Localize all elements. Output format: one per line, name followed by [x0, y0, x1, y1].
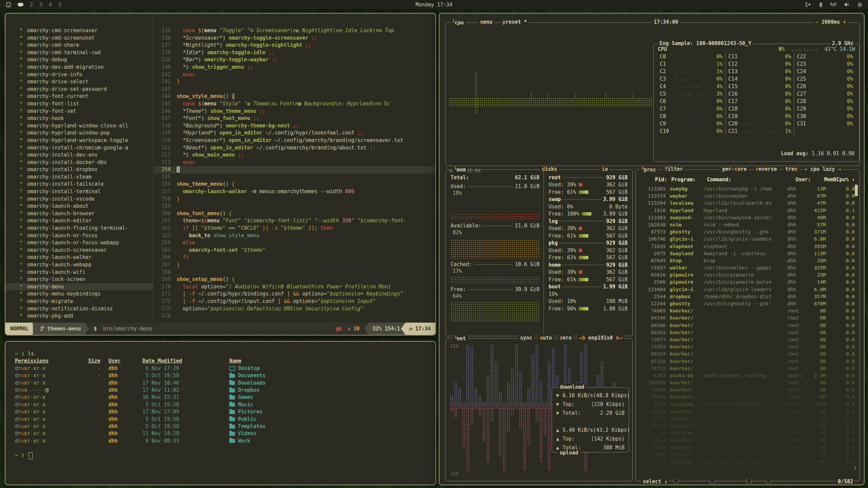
- preset-button[interactable]: preset *: [501, 19, 529, 25]
- process-row[interactable]: 113365swaybg/usr/bin/swaybg -i /homdhh13…: [639, 185, 855, 192]
- workspace-5[interactable]: 5: [58, 2, 61, 8]
- process-row[interactable]: 2506pipewire/usr/bin/pipewire-pulsedhh14…: [639, 279, 855, 286]
- process-row[interactable]: 76575kworker/root0B0.0: [639, 422, 855, 429]
- process-row[interactable]: 113383swayosd-/usr/bin/swayosd-serverdhh…: [639, 214, 855, 221]
- tree-item[interactable]: *omarchy-menu: [5, 283, 153, 291]
- bluetooth-icon[interactable]: [819, 2, 823, 7]
- network-icon[interactable]: [830, 2, 836, 7]
- tree-item[interactable]: *omarchy-font-current: [5, 93, 153, 100]
- tree-item[interactable]: *omarchy-pkg-add: [5, 312, 153, 320]
- process-row[interactable]: 81310kworker/root0B0.0: [639, 358, 855, 365]
- net-auto-button[interactable]: auto: [538, 335, 554, 341]
- tree-item[interactable]: *omarchy-cmd-terminal-cwd: [5, 49, 153, 57]
- tree-item[interactable]: *omarchy-notification-dismiss: [5, 305, 153, 313]
- process-row[interactable]: 113404glycin-i/usr/lib/glycin-loadersdhh…: [639, 286, 855, 293]
- tree-item[interactable]: *omarchy-install-docker-dbs: [5, 159, 153, 166]
- tree-item[interactable]: *omarchy-launch-walker: [5, 254, 153, 261]
- proc-scrollbar[interactable]: [855, 185, 858, 196]
- tree-item[interactable]: *omarchy-font-set: [5, 108, 153, 115]
- tree-item[interactable]: *omarchy-lock-screen: [5, 276, 153, 283]
- process-row[interactable]: 71837walker/usr/bin/walker --gappldhh325…: [639, 264, 855, 271]
- tree-item[interactable]: *omarchy-install-dropbox: [5, 166, 153, 174]
- file-explorer[interactable]: *omarchy-cmd-screensaver*omarchy-cmd-scr…: [5, 14, 153, 323]
- process-row[interactable]: 102638nvimnvim --embeddhh57M0.0: [639, 221, 855, 228]
- tree-item[interactable]: *omarchy-launch-screensaver: [5, 247, 153, 254]
- process-row[interactable]: 79032kworker/root0B0.0: [639, 393, 855, 401]
- tree-item[interactable]: *omarchy-dev-add-migration: [5, 64, 153, 71]
- tree-item[interactable]: *omarchy-install-terminal: [5, 188, 153, 196]
- tree-item[interactable]: *omarchy-drive-select: [5, 78, 153, 86]
- process-row[interactable]: 87573ghostty/usr/bin/ghostty --gtk-dhh37…: [639, 228, 855, 236]
- menu-button[interactable]: menu: [478, 19, 494, 25]
- workspace-4[interactable]: 4: [49, 2, 52, 8]
- process-row[interactable]: 87649btopbtopdhh26M0.0: [639, 257, 855, 264]
- proc-select-button[interactable]: select ↓: [641, 479, 669, 485]
- gear-icon[interactable]: [857, 2, 863, 7]
- process-row[interactable]: 76577kworker/root0B0.0: [639, 437, 855, 444]
- tree-item[interactable]: *omarchy-install-steam: [5, 174, 153, 181]
- net-box-label[interactable]: 3net: [453, 335, 468, 342]
- neovim-window[interactable]: *omarchy-cmd-screensaver*omarchy-cmd-scr…: [5, 13, 436, 336]
- process-row[interactable]: 803btrfs-trroot0B0.0: [639, 451, 855, 458]
- tree-item[interactable]: *omarchy-hyprland-window-close-all: [5, 122, 153, 130]
- process-row[interactable]: 73656kworker/root0B0.0: [639, 386, 855, 393]
- net-sync-button[interactable]: sync: [518, 335, 534, 341]
- tree-item[interactable]: *omarchy-migrate: [5, 298, 153, 305]
- terminal-window[interactable]: ~❯lsPermissionsSizeUserDate ModifiedName…: [5, 341, 436, 485]
- process-row[interactable]: 1275containe/usr/bin/containerdroot52M0.…: [639, 401, 855, 408]
- net-interface-switcher[interactable]: ←b enp191s0 n→: [577, 335, 624, 341]
- code-editor[interactable]: 135 case $(menu "Toggle" "⊡ Screensaver\…: [154, 14, 435, 323]
- tree-item[interactable]: *omarchy-menu-keybindings: [5, 290, 153, 298]
- tree-item[interactable]: *omarchy-launch-floating-terminal-: [5, 225, 153, 232]
- tree-item[interactable]: *omarchy-drive-info: [5, 71, 153, 79]
- tree-item[interactable]: *omarchy-hyprland-workspace-toggle: [5, 137, 153, 144]
- process-row[interactable]: 1916HyprlandHyprlanddhh422M..0.1: [639, 207, 855, 214]
- tree-item[interactable]: *omarchy-launch-or-focus: [5, 232, 153, 240]
- tree-item[interactable]: *omarchy-install-tailscale: [5, 181, 153, 188]
- process-row[interactable]: 12244ghostty/usr/bin/ghostty --gtk-dhh87…: [639, 300, 855, 307]
- tree-item[interactable]: *omarchy-hook: [5, 115, 153, 122]
- tree-item[interactable]: *omarchy-cmd-screenshot: [5, 35, 153, 42]
- process-row[interactable]: 94540kworker/root0B0.0: [639, 314, 855, 322]
- proc-filter-button[interactable]: filter: [663, 166, 685, 172]
- tree-item[interactable]: *omarchy-hyprland-window-pop: [5, 129, 153, 137]
- tree-item[interactable]: *omarchy-install-dev-env: [5, 151, 153, 159]
- process-row[interactable]: 68583kworker/root0B0.0: [639, 329, 855, 336]
- process-row[interactable]: 95673kworker/root0B0.0: [639, 415, 855, 422]
- process-row[interactable]: 68586kworker/root0B0.0: [639, 322, 855, 329]
- process-row[interactable]: 2075XwaylandXwayland :1 -rootless -dhh11…: [639, 250, 855, 257]
- logout-icon[interactable]: [805, 2, 811, 7]
- net-zero-button[interactable]: zero: [558, 335, 573, 341]
- workspace-2[interactable]: 2: [30, 2, 33, 8]
- tree-item[interactable]: *omarchy-launch-webapp: [5, 261, 153, 269]
- process-row[interactable]: 74869kworker/root0B0.0: [639, 307, 855, 314]
- tree-item[interactable]: *omarchy-font-list: [5, 100, 153, 108]
- workspace-3[interactable]: 3: [39, 2, 42, 8]
- tree-item[interactable]: *omarchy-launch-wifi: [5, 269, 153, 276]
- process-row[interactable]: 68584kworker/root0B0.0: [639, 350, 855, 358]
- process-row[interactable]: 63816pipewire/usr/bin/pipewiredhh25M0.0: [639, 271, 855, 279]
- process-row[interactable]: 72073kworker/root0B0.0: [639, 336, 855, 343]
- tree-item[interactable]: *omarchy-launch-or-focus-webapp: [5, 239, 153, 247]
- process-row[interactable]: 68402kworker/root0B0.0: [639, 408, 855, 415]
- process-list[interactable]: 113365swaybg/usr/bin/swaybg -i /homdhh13…: [639, 185, 855, 472]
- terminal-output[interactable]: ~❯lsPermissionsSizeUserDate ModifiedName…: [5, 342, 435, 485]
- process-row[interactable]: 73703kworker/root0B0.0: [639, 343, 855, 350]
- proc-reverse-button[interactable]: reverse: [754, 166, 778, 172]
- tree-item[interactable]: *omarchy-cmd-screensaver: [5, 27, 153, 35]
- scroll-down-icon[interactable]: ↓: [854, 465, 857, 471]
- process-row[interactable]: 1170tailscal/usr/sbin/tailscaled --root7…: [639, 458, 855, 465]
- process-row[interactable]: 113374waybar/usr/bin/waybardhh67M0.0: [639, 192, 855, 200]
- process-row[interactable]: 2544dropbox/home/dhh/.dropbox-distdhh357…: [639, 293, 855, 300]
- tree-item[interactable]: *omarchy-debug: [5, 56, 153, 64]
- workspace-switcher[interactable]: 2 3 4 5: [6, 2, 61, 8]
- process-row[interactable]: 102099kworker/root0B0.0: [639, 379, 855, 386]
- proc-sort-selector[interactable]: ← cpu lazy →: [803, 166, 843, 172]
- process-row[interactable]: 72088kworker/root0B0.0: [639, 444, 855, 451]
- proc-box-label[interactable]: 4proc: [640, 166, 658, 173]
- omarchy-logo-icon[interactable]: [6, 2, 11, 7]
- proc-tree-button[interactable]: tree: [784, 166, 799, 172]
- process-row[interactable]: 74733kworker/root0B0.0: [639, 365, 855, 372]
- tree-item[interactable]: *omarchy-install-vscode: [5, 196, 153, 203]
- tree-item[interactable]: *omarchy-launch-editor: [5, 217, 153, 225]
